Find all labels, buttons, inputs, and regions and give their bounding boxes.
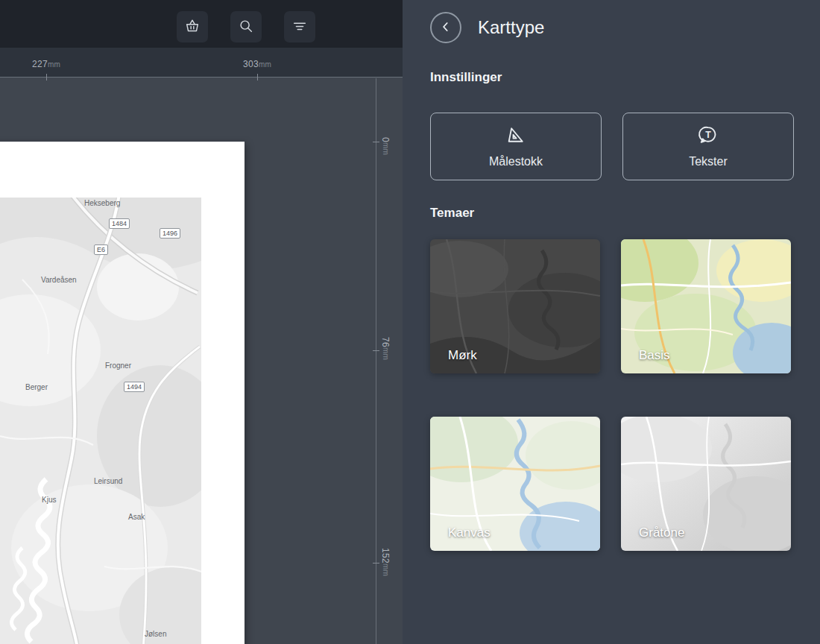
themes-heading: Temaer <box>430 206 794 221</box>
scale-button-label: Målestokk <box>489 155 543 168</box>
panel-header: Karttype <box>430 12 794 43</box>
place-label: Frogner <box>105 362 131 370</box>
svg-text:T: T <box>705 130 711 140</box>
map-graphic <box>0 198 201 644</box>
ruler-tick <box>46 74 47 80</box>
theme-label: Gråtone <box>639 525 684 540</box>
place-label: Kjus <box>42 496 56 504</box>
basket-button[interactable] <box>177 11 208 42</box>
vertical-ruler <box>376 78 376 644</box>
set-square-icon <box>505 124 526 148</box>
place-label: Berger <box>25 383 48 391</box>
map-workspace[interactable]: Hekseberg Vardeåsen Frogner Berger Leirs… <box>0 78 403 644</box>
ruler-label-227mm: 227mm <box>32 59 60 69</box>
ruler-tick <box>373 563 379 564</box>
theme-label: Basis <box>639 348 670 363</box>
place-label: Hekseberg <box>84 199 120 207</box>
place-label: Leirsund <box>94 477 122 485</box>
settings-buttons: Målestokk T Tekster <box>430 113 794 180</box>
map-editor-pane: 227mm 303mm <box>0 0 403 644</box>
ruler-tick <box>373 142 379 142</box>
place-label: Jølsen <box>145 630 166 638</box>
place-label: Asak <box>128 513 145 521</box>
ruler-label-152mm: 152mm <box>380 548 391 576</box>
road-number-badge: 1496 <box>160 228 180 239</box>
back-button[interactable] <box>430 12 461 43</box>
road-number-badge: 1484 <box>109 218 130 229</box>
texts-button-label: Tekster <box>689 155 728 168</box>
place-label: Vardeåsen <box>41 276 77 284</box>
theme-card-mork[interactable]: Mørk <box>430 239 600 373</box>
theme-label: Kanvas <box>448 525 491 540</box>
scale-button[interactable]: Målestokk <box>430 113 602 180</box>
theme-label: Mørk <box>448 348 477 363</box>
menu-icon <box>291 18 308 37</box>
ruler-label-76mm: 76mm <box>380 337 391 360</box>
ruler-tick <box>257 74 258 80</box>
panel-title: Karttype <box>478 17 544 38</box>
theme-card-kanvas[interactable]: Kanvas <box>430 417 600 551</box>
basket-icon <box>184 18 201 37</box>
road-number-badge: E6 <box>94 244 108 255</box>
menu-button[interactable] <box>284 11 315 42</box>
settings-heading: Innstillinger <box>430 70 794 85</box>
texts-button[interactable]: T Tekster <box>622 113 794 180</box>
karttype-panel: Karttype Innstillinger Målestokk T <box>403 0 820 644</box>
ruler-label-303mm: 303mm <box>243 59 271 69</box>
road-number-badge: 1494 <box>124 382 145 392</box>
theme-card-basis[interactable]: Basis <box>621 239 791 373</box>
map-canvas[interactable]: Hekseberg Vardeåsen Frogner Berger Leirs… <box>0 198 201 644</box>
paper-preview[interactable]: Hekseberg Vardeåsen Frogner Berger Leirs… <box>0 142 245 644</box>
chevron-left-icon <box>438 19 453 37</box>
ruler-label-0mm: 0mm <box>380 137 391 155</box>
search-button[interactable] <box>230 11 262 42</box>
app: 227mm 303mm <box>0 0 820 644</box>
search-icon <box>238 18 254 37</box>
themes-grid: Mørk Basis <box>430 239 794 551</box>
ruler-tick <box>373 350 379 351</box>
horizontal-ruler: 227mm 303mm <box>0 48 403 78</box>
topbar <box>0 0 403 48</box>
speech-bubble-icon: T <box>698 124 719 148</box>
theme-card-gratone[interactable]: Gråtone <box>621 417 791 551</box>
